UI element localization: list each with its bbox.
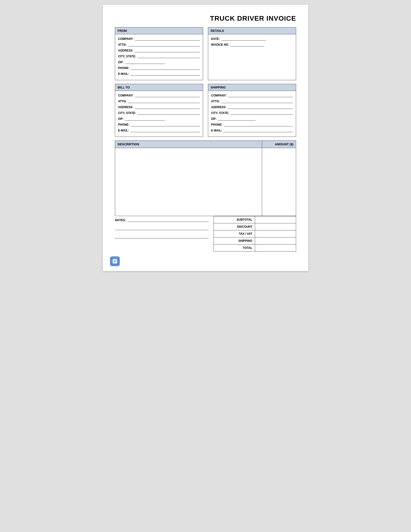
bill-attn-field[interactable] (128, 99, 200, 103)
invoice-title: TRUCK DRIVER INVOICE (115, 15, 296, 22)
bill-company-row: COMPANY: (118, 93, 200, 97)
from-phone-field[interactable] (131, 66, 200, 70)
from-city-field[interactable] (137, 54, 200, 58)
bill-to-section: BILL TO COMPANY: ATTN: ADDRESS: CITY, ST… (115, 84, 203, 137)
shipping-totals-row: SHIPPING (214, 238, 296, 245)
ship-zip-row: ZIP: (211, 117, 293, 121)
from-zip-row: ZIP: (118, 60, 200, 64)
ship-address-row: ADDRESS: (211, 105, 293, 109)
subtotal-label: SUBTOTAL (214, 216, 255, 223)
clipboard-icon (112, 258, 118, 264)
total-value[interactable] (255, 245, 296, 252)
from-address-label: ADDRESS: (118, 49, 133, 52)
bill-address-label: ADDRESS: (118, 105, 133, 109)
notes-wrapper: NOTES: (115, 216, 209, 243)
items-table: DESCRIPTION AMOUNT ($) (115, 141, 296, 216)
from-attn-label: ATTN: (118, 43, 127, 47)
details-date-row: DATE: (211, 37, 293, 41)
from-company-field[interactable] (135, 37, 200, 41)
ship-zip-label: ZIP: (211, 117, 217, 121)
from-attn-field[interactable] (128, 43, 200, 47)
ship-company-row: COMPANY: (211, 93, 293, 97)
bill-city-field[interactable] (137, 111, 200, 115)
ship-city-row: CITY, STATE: (211, 111, 293, 115)
top-sections: FROM COMPANY: ATTN: ADDRESS: CITY, STATE… (115, 27, 296, 80)
details-date-label: DATE: (211, 37, 220, 41)
from-attn-row: ATTN: (118, 43, 200, 47)
discount-row: DISCOUNT (214, 223, 296, 230)
notes-line-3[interactable] (115, 235, 209, 238)
tax-row: TAX / VAT (214, 230, 296, 238)
from-section: FROM COMPANY: ATTN: ADDRESS: CITY, STATE… (115, 27, 203, 80)
bill-zip-label: ZIP: (118, 117, 124, 121)
bill-city-row: CITY, STATE: (118, 111, 200, 115)
from-phone-label: PHONE: (118, 66, 130, 70)
total-label: TOTAL (214, 245, 255, 252)
ship-attn-row: ATTN: (211, 99, 293, 103)
details-body: DATE: INVOICE NO. (208, 34, 296, 51)
ship-company-label: COMPANY: (211, 94, 227, 97)
ship-phone-label: PHONE: (211, 123, 223, 126)
shipping-header: SHIPPING (208, 84, 296, 91)
details-invoice-field[interactable] (230, 43, 264, 47)
bill-phone-field[interactable] (131, 123, 200, 126)
details-invoice-label: INVOICE NO. (211, 43, 229, 47)
bill-phone-label: PHONE: (118, 123, 130, 126)
from-company-row: COMPANY: (118, 37, 200, 41)
ship-attn-field[interactable] (221, 99, 293, 103)
bill-email-label: E-MAIL: (118, 129, 129, 132)
description-cell[interactable] (115, 148, 262, 216)
details-date-field[interactable] (221, 37, 266, 41)
ship-phone-row: PHONE: (211, 123, 293, 126)
from-zip-field[interactable] (125, 60, 165, 64)
details-header: DETAILS (208, 28, 296, 34)
discount-value[interactable] (255, 223, 296, 230)
ship-address-field[interactable] (228, 105, 293, 109)
ship-email-field[interactable] (223, 128, 293, 132)
notes-line-2[interactable] (115, 226, 209, 230)
details-section: DETAILS DATE: INVOICE NO. (208, 27, 296, 80)
subtotal-row: SUBTOTAL (214, 216, 296, 223)
bill-email-field[interactable] (130, 128, 200, 132)
subtotal-value[interactable] (255, 216, 296, 223)
bill-address-row: ADDRESS: (118, 105, 200, 109)
from-city-row: CITY, STATE: (118, 54, 200, 58)
details-invoice-row: INVOICE NO. (211, 43, 293, 47)
notes-label: NOTES: (115, 218, 126, 222)
totals-wrapper: SUBTOTAL DISCOUNT TAX / VAT SHIPPING TOT… (214, 216, 296, 252)
ship-phone-field[interactable] (224, 123, 293, 126)
from-email-field[interactable] (130, 72, 200, 76)
amount-cell[interactable] (262, 148, 296, 216)
shipping-totals-value[interactable] (255, 238, 296, 245)
from-email-label: E-MAIL: (118, 72, 129, 76)
from-body: COMPANY: ATTN: ADDRESS: CITY, STATE: ZIP… (115, 34, 203, 80)
bill-zip-field[interactable] (125, 117, 165, 121)
discount-label: DISCOUNT (214, 223, 255, 230)
amount-header: AMOUNT ($) (262, 141, 296, 148)
bill-company-label: COMPANY: (118, 94, 134, 97)
totals-table: SUBTOTAL DISCOUNT TAX / VAT SHIPPING TOT… (214, 216, 296, 252)
from-phone-row: PHONE: (118, 66, 200, 70)
invoice-page: TRUCK DRIVER INVOICE FROM COMPANY: ATTN:… (103, 5, 308, 271)
ship-city-label: CITY, STATE: (211, 111, 229, 115)
bill-city-label: CITY, STATE: (118, 111, 136, 115)
from-address-field[interactable] (135, 48, 200, 52)
from-address-row: ADDRESS: (118, 48, 200, 52)
bill-phone-row: PHONE: (118, 123, 200, 126)
ship-email-label: E-MAIL: (211, 129, 222, 132)
bill-to-body: COMPANY: ATTN: ADDRESS: CITY, STATE: ZIP… (115, 91, 203, 137)
notes-line-1[interactable] (128, 218, 209, 222)
bottom-icon (110, 256, 120, 266)
ship-company-field[interactable] (228, 93, 293, 97)
bill-attn-label: ATTN: (118, 100, 127, 103)
notes-row: NOTES: (115, 218, 209, 222)
second-row-sections: BILL TO COMPANY: ATTN: ADDRESS: CITY, ST… (115, 84, 296, 137)
ship-city-field[interactable] (230, 111, 293, 115)
description-header: DESCRIPTION (115, 141, 262, 148)
bill-company-field[interactable] (135, 93, 200, 97)
bill-address-field[interactable] (135, 105, 200, 109)
ship-email-row: E-MAIL: (211, 128, 293, 132)
ship-zip-field[interactable] (218, 117, 256, 121)
bill-to-header: BILL TO (115, 84, 203, 91)
tax-value[interactable] (255, 230, 296, 238)
